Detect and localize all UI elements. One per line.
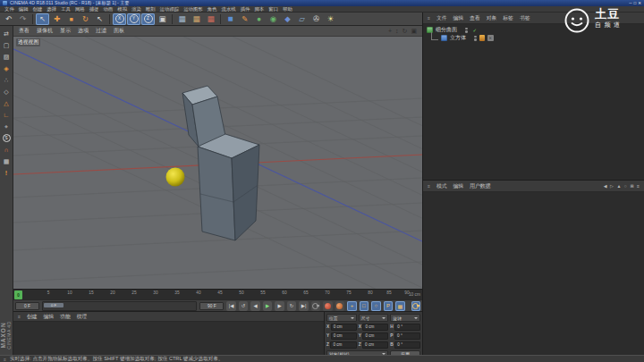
magnet-snap-button[interactable]: ∩ bbox=[1, 145, 12, 155]
size-x-field[interactable]: 0 cm bbox=[362, 324, 388, 332]
live-selection-button[interactable]: ↖ bbox=[36, 13, 49, 25]
rot-p-field[interactable]: 0 ° bbox=[394, 333, 420, 341]
panel-burger-icon[interactable]: ≡ bbox=[428, 183, 430, 189]
record-keyframe-button[interactable] bbox=[311, 301, 320, 311]
position-dropdown[interactable]: 位置 bbox=[326, 314, 357, 322]
rotate-view-icon[interactable]: ↻ bbox=[402, 28, 408, 35]
timeline-playhead[interactable]: 0 bbox=[14, 290, 22, 299]
om-menu-edit[interactable]: 编辑 bbox=[453, 14, 464, 22]
rotate-tool-button[interactable]: ↻ bbox=[79, 13, 92, 25]
om-menu-file[interactable]: 文件 bbox=[436, 14, 447, 22]
object-tree[interactable]: 细分曲面 ✓ 立方体 ✕ bbox=[423, 24, 644, 180]
menu-window[interactable]: 窗口 bbox=[268, 6, 278, 13]
previous-key-button[interactable]: ↺ bbox=[239, 301, 248, 311]
scale-tool-button[interactable]: ■ bbox=[64, 13, 78, 25]
coord-system-button[interactable]: ▣ bbox=[156, 13, 169, 25]
workplane-mode-button[interactable]: ◈ bbox=[1, 63, 12, 73]
previous-frame-button[interactable]: ◀ bbox=[250, 301, 259, 311]
menu-help[interactable]: 帮助 bbox=[283, 6, 292, 13]
record-parameter-toggle[interactable]: P bbox=[384, 301, 393, 311]
vp-menu-filter[interactable]: 过滤 bbox=[96, 27, 106, 35]
render-settings-button[interactable]: ▦ bbox=[204, 13, 217, 25]
menu-simulate[interactable]: 模拟 bbox=[117, 6, 127, 13]
points-mode-button[interactable]: ∴ bbox=[1, 75, 12, 85]
undo-button[interactable]: ↶ bbox=[2, 13, 15, 25]
menu-animate[interactable]: 动画 bbox=[103, 6, 113, 13]
light-button[interactable]: ☀ bbox=[324, 13, 337, 25]
menu-sculpt[interactable]: 雕刻 bbox=[146, 6, 156, 13]
viewport-solo-button[interactable]: ⌖ bbox=[1, 122, 12, 131]
last-tool-button[interactable]: ↖ bbox=[93, 13, 106, 25]
slider-handle[interactable]: 0 F bbox=[44, 303, 64, 307]
texture-tag-icon[interactable] bbox=[479, 35, 486, 41]
model-mode-button[interactable]: ▢ bbox=[1, 40, 12, 50]
render-view-button[interactable]: ▦ bbox=[175, 13, 189, 25]
vp-menu-display[interactable]: 显示 bbox=[60, 27, 71, 35]
rot-h-field[interactable]: 0 ° bbox=[394, 324, 420, 332]
texture-mode-button[interactable]: ▨ bbox=[1, 52, 12, 62]
rotation-dropdown[interactable]: 旋转 bbox=[390, 314, 420, 322]
material-list-area[interactable] bbox=[13, 322, 324, 355]
menu-script[interactable]: 脚本 bbox=[254, 6, 264, 13]
record-rotation-toggle[interactable]: ○ bbox=[371, 301, 380, 311]
size-dropdown[interactable]: 尺寸 bbox=[359, 314, 389, 322]
record-pla-toggle[interactable]: ▦ bbox=[395, 301, 404, 311]
box-front-face[interactable] bbox=[198, 147, 235, 240]
menu-tools[interactable]: 工具 bbox=[61, 6, 71, 13]
mat-menu-create[interactable]: 创建 bbox=[27, 313, 38, 321]
om-menu-bookmarks[interactable]: 书签 bbox=[520, 14, 530, 22]
mat-menu-texture[interactable]: 纹理 bbox=[77, 313, 88, 321]
lock-element-icon[interactable]: ▲ bbox=[616, 183, 621, 189]
history-back-icon[interactable]: ◀ bbox=[604, 183, 607, 189]
rot-b-field[interactable]: 0 ° bbox=[394, 341, 420, 349]
menu-pipeline[interactable]: 流水线 bbox=[222, 6, 236, 13]
pan-view-icon[interactable]: + bbox=[388, 28, 392, 35]
pos-z-field[interactable]: 0 cm bbox=[330, 341, 356, 349]
maximize-button[interactable]: □ bbox=[634, 1, 637, 5]
pos-y-field[interactable]: 0 cm bbox=[331, 333, 357, 341]
menu-mograph[interactable]: 运动图形 bbox=[183, 6, 203, 13]
om-menu-tags[interactable]: 标签 bbox=[503, 14, 513, 22]
panel-burger-icon[interactable]: ≡ bbox=[428, 15, 430, 21]
enable-axis-button[interactable]: ∟ bbox=[1, 110, 12, 120]
timeline-ruler[interactable]: 5 10 15 20 25 30 35 40 45 50 55 60 65 70… bbox=[13, 289, 422, 299]
menu-render[interactable]: 渲染 bbox=[131, 6, 141, 13]
vp-menu-panel[interactable]: 面板 bbox=[114, 27, 124, 35]
play-button[interactable]: ▶ bbox=[263, 301, 272, 311]
menu-plugins[interactable]: 插件 bbox=[241, 6, 250, 13]
record-scale-toggle[interactable]: □ bbox=[360, 301, 369, 311]
perspective-viewport[interactable]: 透视视图 bbox=[13, 37, 422, 289]
am-menu-userdata[interactable]: 用户数据 bbox=[470, 182, 490, 190]
edges-mode-button[interactable]: ◇ bbox=[1, 87, 12, 97]
current-frame-field[interactable]: 0 F bbox=[15, 302, 39, 310]
vp-menu-view[interactable]: 查看 bbox=[19, 27, 30, 35]
render-picture-viewer-button[interactable]: ▦ bbox=[190, 13, 203, 25]
menu-character[interactable]: 角色 bbox=[208, 6, 217, 13]
menu-create[interactable]: 创建 bbox=[33, 6, 43, 13]
polygons-mode-button[interactable]: △ bbox=[1, 98, 12, 108]
redo-button[interactable]: ↷ bbox=[16, 13, 30, 25]
search-icon[interactable]: ○ bbox=[624, 183, 627, 189]
minimize-button[interactable]: ─ bbox=[629, 1, 631, 5]
primitive-cube-button[interactable]: ■ bbox=[224, 13, 237, 25]
lock-y-button[interactable]: Y bbox=[127, 13, 140, 25]
modeling-settings-button[interactable]: ▦ bbox=[1, 156, 12, 166]
phong-tag-icon[interactable]: ✕ bbox=[487, 35, 494, 41]
enable-snap-button[interactable]: S bbox=[1, 133, 12, 143]
menu-snap[interactable]: 捕捉 bbox=[89, 6, 99, 13]
lock-z-button[interactable]: Z bbox=[141, 13, 155, 25]
generators-button[interactable]: ● bbox=[252, 13, 266, 25]
visibility-dots[interactable] bbox=[474, 36, 477, 41]
panel-menu-icon[interactable]: ≡ bbox=[637, 183, 640, 189]
enabled-check-icon[interactable]: ✓ bbox=[473, 28, 478, 33]
om-menu-view[interactable]: 查看 bbox=[470, 14, 480, 22]
menu-select[interactable]: 选择 bbox=[47, 6, 56, 13]
pen-spline-button[interactable]: ✎ bbox=[238, 13, 251, 25]
am-menu-mode[interactable]: 模式 bbox=[436, 182, 447, 190]
visibility-dots[interactable] bbox=[465, 28, 468, 33]
vp-menu-options[interactable]: 选项 bbox=[78, 27, 89, 35]
environment-button[interactable]: ▱ bbox=[295, 13, 309, 25]
keyframe-selection-button[interactable] bbox=[335, 301, 344, 311]
menu-edit[interactable]: 编辑 bbox=[19, 6, 29, 13]
menu-mesh[interactable]: 网格 bbox=[75, 6, 85, 13]
